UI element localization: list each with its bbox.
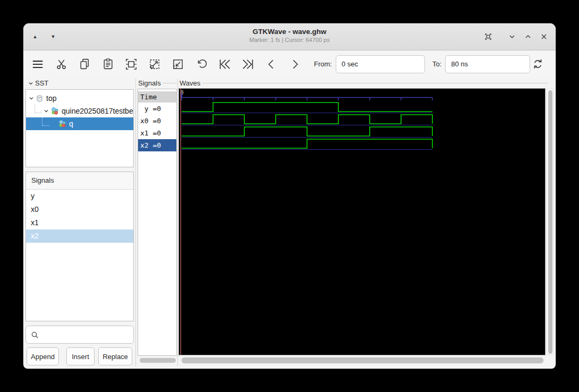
expander-icon[interactable]: [43, 108, 49, 114]
skip-end-button[interactable]: [241, 57, 256, 72]
sst-section-header[interactable]: SST: [28, 79, 48, 87]
chevron-up-icon: [523, 31, 533, 42]
tree-item-label: top: [46, 94, 56, 103]
signals-frame-label: Signals: [138, 79, 161, 87]
window-title: GTKWave - wave.ghw: [23, 27, 556, 36]
tree-item-label: quine20250817testbench: [62, 107, 134, 115]
maximize-button[interactable]: [521, 30, 535, 44]
reload-icon: [531, 57, 545, 71]
sst-tree-item-top[interactable]: top: [26, 92, 133, 105]
scope-cylinder-icon: [36, 95, 44, 103]
sst-tree-item-testbench[interactable]: quine20250817testbench: [26, 105, 133, 117]
waveform-plot[interactable]: 0: [179, 89, 545, 355]
close-button[interactable]: [537, 30, 551, 44]
titlebar[interactable]: ▲ ▼ GTKWave - wave.ghw Marker: 1 fs | Cu…: [23, 23, 556, 50]
zoom-out-button[interactable]: [171, 57, 185, 72]
zoom-fit-icon: [124, 57, 138, 71]
fit-window-button[interactable]: [481, 30, 495, 44]
cut-button[interactable]: [54, 57, 69, 72]
chevron-down-icon: [28, 80, 34, 87]
zoom-out-icon: [171, 57, 185, 71]
step-forward-icon: [288, 57, 302, 71]
wave-name-hscrollbar[interactable]: [139, 358, 176, 363]
zoom-fit-button[interactable]: [124, 57, 139, 72]
step-back-button[interactable]: [264, 57, 279, 72]
signal-browser-header[interactable]: Signals: [26, 172, 133, 190]
wave-canvas[interactable]: 0: [179, 89, 545, 355]
sst-label: SST: [35, 79, 48, 87]
wave-name-panel: Time y =0 x0 =0 x1 =0 x2 =0: [138, 89, 177, 356]
replace-button[interactable]: Replace: [98, 347, 132, 365]
scrollbar-thumb[interactable]: [548, 90, 552, 354]
signal-list-item-x0[interactable]: x0: [26, 203, 133, 216]
from-input[interactable]: [336, 55, 425, 73]
scrollbar-thumb[interactable]: [140, 358, 176, 363]
from-label: From:: [314, 60, 332, 68]
tree-connector: [42, 117, 49, 126]
zoom-in-icon: [148, 57, 161, 71]
copy-button[interactable]: [77, 57, 92, 72]
expander-icon[interactable]: [28, 95, 35, 101]
wave-name-row-x2[interactable]: x2 =0: [138, 139, 176, 151]
menu-icon: [31, 57, 45, 71]
pane-splitter-left[interactable]: [135, 79, 136, 367]
reload-button[interactable]: [530, 57, 545, 72]
signal-browser: Signals y x0 x1 x2: [25, 172, 134, 321]
wave-vscrollbar[interactable]: [547, 89, 554, 355]
wave-hscrollbar[interactable]: [181, 357, 544, 364]
zoom-in-button[interactable]: [147, 57, 162, 72]
signal-list-item-x2[interactable]: x2: [26, 229, 133, 243]
frame-border: [202, 83, 548, 83]
frame-border: [163, 83, 177, 83]
signal-list-item-y[interactable]: y: [26, 190, 133, 203]
time-column-header[interactable]: Time: [138, 91, 176, 103]
sst-tree-item-q[interactable]: q: [26, 117, 133, 130]
tree-connector: [35, 105, 42, 113]
sst-tree: top quine20250817testbench: [25, 89, 134, 167]
close-icon: [539, 31, 549, 42]
fit-window-icon: [483, 31, 493, 42]
insert-button[interactable]: Insert: [66, 347, 95, 365]
paste-button[interactable]: [100, 57, 115, 72]
tree-item-label: q: [69, 120, 73, 128]
pane-splitter-right[interactable]: [177, 79, 178, 367]
wave-name-row-x1[interactable]: x1 =0: [138, 127, 176, 139]
to-label: To:: [432, 60, 441, 68]
skip-start-button[interactable]: [217, 57, 232, 72]
marker-cursor-status: Marker: 1 fs | Cursor: 64700 ps: [23, 36, 556, 44]
paste-icon: [101, 57, 115, 71]
to-input[interactable]: [445, 55, 530, 73]
undo-icon: [194, 57, 208, 71]
module-spheres-icon: [58, 120, 66, 128]
gtkwave-window: ▲ ▼ GTKWave - wave.ghw Marker: 1 fs | Cu…: [23, 23, 556, 369]
step-forward-button[interactable]: [287, 57, 302, 72]
titlebar-text: GTKWave - wave.ghw Marker: 1 fs | Cursor…: [23, 27, 556, 44]
wave-name-row-y[interactable]: y =0: [138, 103, 176, 115]
menu-button[interactable]: [30, 57, 45, 72]
waves-frame-label: Waves: [180, 79, 200, 87]
module-spheres-icon: [50, 107, 59, 115]
skip-end-icon: [241, 57, 256, 72]
scrollbar-thumb[interactable]: [182, 357, 543, 363]
append-button[interactable]: Append: [27, 347, 59, 365]
chevron-down-icon: [507, 31, 517, 42]
cut-icon: [55, 57, 68, 71]
wave-name-row-x0[interactable]: x0 =0: [138, 115, 176, 127]
signal-list-item-x1[interactable]: x1: [26, 216, 133, 229]
search-icon: [30, 330, 39, 339]
signal-search-box[interactable]: [25, 326, 134, 344]
copy-icon: [78, 57, 91, 71]
undo-button[interactable]: [194, 57, 209, 72]
skip-start-icon: [217, 57, 232, 72]
step-back-icon: [265, 57, 278, 71]
desktop-background: ▲ ▼ GTKWave - wave.ghw Marker: 1 fs | Cu…: [0, 0, 579, 392]
minimize-button[interactable]: [505, 30, 519, 44]
toolbar: From: To:: [23, 50, 556, 78]
